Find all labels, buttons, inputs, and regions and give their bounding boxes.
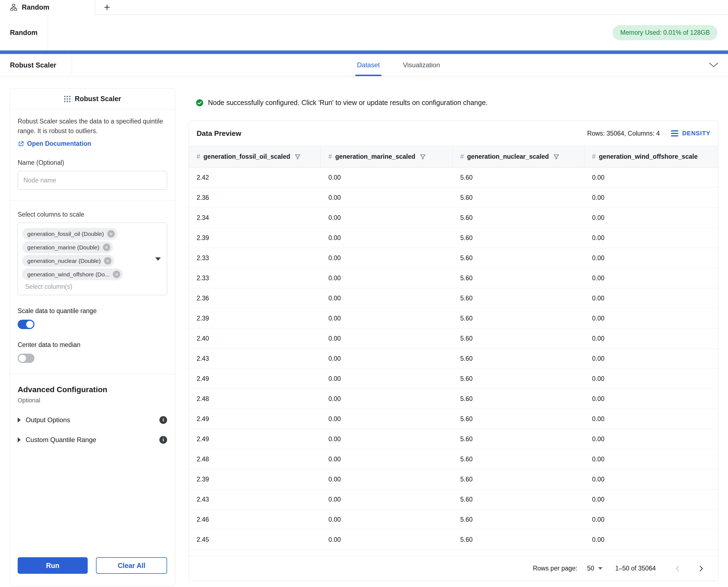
tab-random[interactable]: Random <box>0 0 95 15</box>
table-cell: 0.00 <box>321 248 453 268</box>
numeric-type-icon: # <box>592 153 596 160</box>
multiselect-placeholder: Select column(s) <box>25 283 162 290</box>
table-cell: 5.60 <box>453 429 584 449</box>
info-icon[interactable]: i <box>159 436 167 444</box>
table-cell: 0.00 <box>321 188 453 208</box>
table-row[interactable]: 2.420.005.600.00 <box>189 168 718 188</box>
table-cell: 0.00 <box>584 369 716 389</box>
column-header[interactable]: # generation_nuclear_scaled <box>453 146 584 167</box>
status-message-row: Node successfully configured. Click 'Run… <box>196 99 487 107</box>
table-row[interactable]: 2.490.005.600.00 <box>189 369 718 389</box>
table-row[interactable]: 2.330.005.600.00 <box>189 248 718 268</box>
table-cell: 0.00 <box>321 510 453 530</box>
rows-per-page-label: Rows per page: <box>533 565 577 572</box>
columns-select-label: Select columns to scale <box>18 211 167 218</box>
table-cell: 2.43 <box>189 349 321 369</box>
column-header[interactable]: # generation_marine_scaled <box>321 146 453 167</box>
info-icon[interactable]: i <box>159 416 167 424</box>
expand-triangle-icon <box>18 418 21 422</box>
tab-visualization[interactable]: Visualization <box>401 54 441 76</box>
table-row[interactable]: 2.360.005.600.00 <box>189 288 718 308</box>
table-cell: 0.00 <box>584 188 716 208</box>
table-cell: 5.60 <box>453 268 584 288</box>
median-toggle-label: Center data to median <box>18 341 167 349</box>
table-row[interactable]: 2.390.005.600.00 <box>189 228 718 248</box>
node-name-input[interactable] <box>18 171 167 190</box>
numeric-type-icon: # <box>328 153 332 160</box>
quantile-toggle[interactable] <box>18 320 35 329</box>
table-row[interactable]: 2.480.005.600.00 <box>189 449 718 469</box>
chip-label: generation_wind_offshore (Do... <box>27 271 110 278</box>
table-row[interactable]: 2.430.005.600.00 <box>189 349 718 369</box>
table-cell: 2.43 <box>189 489 321 509</box>
table-cell: 0.00 <box>584 389 716 409</box>
table-row[interactable]: 2.330.005.600.00 <box>189 268 718 288</box>
table-cell: 0.00 <box>584 248 716 268</box>
filter-icon[interactable] <box>295 154 301 160</box>
column-header[interactable]: # generation_wind_offshore_scale <box>584 146 718 167</box>
table-cell: 0.00 <box>584 329 716 348</box>
custom-quantile-range-expander[interactable]: Custom Quantile Range i <box>18 436 167 444</box>
canvas-title: Random <box>0 15 48 50</box>
table-cell: 0.00 <box>321 449 453 469</box>
table-cell: 2.40 <box>189 329 321 348</box>
filter-icon[interactable] <box>420 154 426 160</box>
chip-remove-icon[interactable]: × <box>104 257 111 264</box>
collapse-chevron-icon[interactable] <box>709 62 719 68</box>
table-cell: 2.42 <box>189 550 321 556</box>
columns-multiselect[interactable]: generation_fossil_oil (Double) × generat… <box>18 223 167 295</box>
table-row[interactable]: 2.460.005.600.00 <box>189 510 718 530</box>
run-button[interactable]: Run <box>18 557 88 574</box>
filter-icon[interactable] <box>553 154 560 160</box>
table-cell: 2.42 <box>189 168 321 187</box>
table-row[interactable]: 2.450.005.600.00 <box>189 530 718 550</box>
table-row[interactable]: 2.430.005.600.00 <box>189 489 718 510</box>
table-cell: 0.00 <box>321 208 453 228</box>
config-panel-body: Robust Scaler scales the data to a speci… <box>10 110 175 586</box>
success-check-icon <box>196 99 204 107</box>
page-size-select[interactable]: 50 <box>587 565 602 572</box>
chip-remove-icon[interactable]: × <box>113 271 120 278</box>
chip-remove-icon[interactable]: × <box>103 243 110 251</box>
output-options-expander[interactable]: Output Options i <box>18 416 167 424</box>
table-header-row: # generation_fossil_oil_scaled # generat… <box>189 146 718 168</box>
table-row[interactable]: 2.490.005.600.00 <box>189 429 718 449</box>
next-page-button[interactable] <box>695 562 708 575</box>
expand-triangle-icon <box>18 437 21 442</box>
chip-remove-icon[interactable]: × <box>107 230 115 238</box>
table-cell: 0.00 <box>584 168 716 187</box>
table-cell: 0.00 <box>584 228 716 248</box>
table-cell: 0.00 <box>584 308 716 328</box>
table-cell: 0.00 <box>321 550 453 556</box>
table-row[interactable]: 2.490.005.600.00 <box>189 409 718 429</box>
table-row[interactable]: 2.400.005.600.00 <box>189 329 718 349</box>
open-documentation-link[interactable]: Open Documentation <box>18 140 91 147</box>
doc-link-label: Open Documentation <box>27 140 91 147</box>
column-header[interactable]: # generation_fossil_oil_scaled <box>189 146 321 167</box>
prev-page-button[interactable] <box>671 562 684 575</box>
accent-bar <box>0 50 728 54</box>
table-row[interactable]: 2.390.005.600.00 <box>189 308 718 329</box>
table-cell: 5.60 <box>453 469 584 489</box>
table-cell: 0.00 <box>321 469 453 489</box>
table-cell: 5.60 <box>453 208 584 228</box>
table-cell: 2.36 <box>189 288 321 308</box>
table-cell: 5.60 <box>453 369 584 389</box>
table-cell: 2.39 <box>189 228 321 248</box>
table-row[interactable]: 2.340.005.600.00 <box>189 208 718 228</box>
config-panel-header: Robust Scaler <box>10 89 175 110</box>
tab-dataset[interactable]: Dataset <box>355 54 381 76</box>
table-row[interactable]: 2.390.005.600.00 <box>189 469 718 489</box>
dropdown-caret-icon[interactable] <box>155 257 161 261</box>
table-row[interactable]: 2.420.005.600.00 <box>189 550 718 556</box>
table-cell: 0.00 <box>584 469 716 489</box>
clear-all-button[interactable]: Clear All <box>96 557 167 574</box>
table-row[interactable]: 2.360.005.600.00 <box>189 188 718 208</box>
density-toggle[interactable]: DENSITY <box>671 130 710 137</box>
column-chip: generation_wind_offshore (Do... × <box>22 268 123 280</box>
median-toggle[interactable] <box>18 354 35 363</box>
table-cell: 2.36 <box>189 188 321 208</box>
table-row[interactable]: 2.480.005.600.00 <box>189 389 718 409</box>
new-tab-button[interactable]: + <box>95 0 119 15</box>
table-cell: 5.60 <box>453 550 584 556</box>
